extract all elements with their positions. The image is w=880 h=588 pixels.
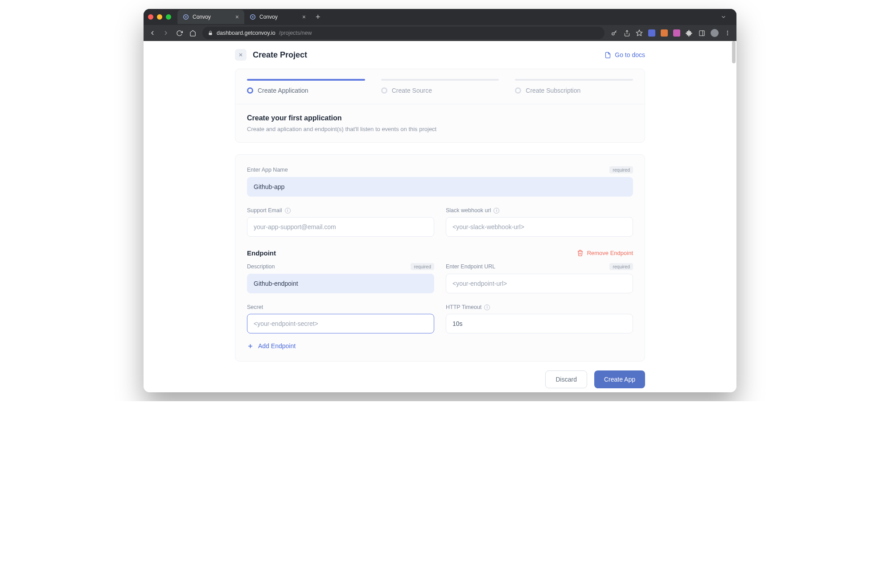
required-badge: required (609, 263, 633, 270)
section-title: Create your first application (247, 114, 633, 122)
secret-label: Secret (247, 304, 263, 310)
add-endpoint-button[interactable]: Add Endpoint (247, 342, 633, 350)
convoy-favicon-icon (183, 14, 189, 20)
page-title: Create Project (253, 50, 307, 60)
form-card: Enter App Name required Support Emaili (235, 154, 645, 362)
browser-tab[interactable]: Convoy × (244, 10, 311, 24)
required-badge: required (609, 166, 633, 173)
plus-icon (247, 343, 254, 350)
tab-overflow-icon[interactable] (715, 14, 732, 20)
svg-rect-8 (699, 30, 704, 35)
slack-url-input[interactable] (446, 217, 633, 237)
extension-icon[interactable] (661, 29, 668, 37)
step-radio-icon (381, 87, 387, 94)
slack-url-label: Slack webhook urli (446, 207, 499, 214)
star-icon[interactable] (636, 29, 643, 37)
svg-rect-4 (209, 33, 212, 35)
profile-avatar[interactable] (711, 29, 719, 37)
secret-input[interactable] (247, 314, 434, 333)
browser-tab[interactable]: Convoy × (177, 10, 244, 24)
new-tab-button[interactable]: + (311, 12, 325, 22)
timeout-input[interactable] (446, 314, 633, 333)
section-subtitle: Create and aplication and endpoint(s) th… (247, 126, 633, 132)
description-input[interactable] (247, 274, 434, 293)
support-email-label: Support Emaili (247, 207, 291, 214)
info-icon[interactable]: i (493, 208, 499, 214)
key-icon[interactable] (611, 29, 618, 37)
endpoint-url-label: Enter Endpoint URL (446, 263, 495, 270)
app-name-label: Enter App Name (247, 167, 288, 173)
step-label: Create Source (392, 87, 432, 94)
document-icon (604, 52, 611, 58)
minimize-window-icon[interactable] (157, 14, 162, 20)
close-window-icon[interactable] (148, 14, 153, 20)
lock-icon (208, 30, 213, 36)
support-email-input[interactable] (247, 217, 434, 237)
extension-icon[interactable] (673, 29, 680, 37)
discard-button[interactable]: Discard (545, 370, 587, 388)
address-bar[interactable]: dashboard.getconvoy.io/projects/new (202, 27, 604, 39)
svg-marker-7 (636, 30, 642, 36)
tab-title: Convoy (193, 14, 232, 20)
steps-card: Create Application Create Source Create … (235, 69, 645, 143)
maximize-window-icon[interactable] (166, 14, 171, 20)
timeout-label: HTTP Timeouti (446, 304, 490, 310)
step-label: Create Application (258, 87, 308, 94)
back-button[interactable] (149, 29, 156, 37)
tab-close-icon[interactable]: × (235, 13, 239, 21)
browser-chrome: Convoy × Convoy × + (144, 9, 736, 41)
close-button[interactable] (235, 49, 247, 61)
step-create-application[interactable]: Create Application (247, 79, 365, 94)
info-icon[interactable]: i (285, 208, 291, 214)
svg-point-1 (185, 16, 187, 18)
svg-point-11 (727, 33, 728, 33)
info-icon[interactable]: i (484, 304, 490, 310)
svg-point-10 (727, 31, 728, 32)
description-label: Description (247, 263, 275, 270)
step-create-source[interactable]: Create Source (381, 79, 499, 94)
add-endpoint-label: Add Endpoint (258, 342, 296, 350)
url-host: dashboard.getconvoy.io (217, 30, 276, 36)
create-app-button[interactable]: Create App (594, 370, 645, 388)
extension-icon[interactable] (648, 29, 655, 37)
endpoint-heading: Endpoint (247, 249, 276, 257)
app-name-input[interactable] (247, 177, 633, 197)
remove-endpoint-button[interactable]: Remove Endpoint (577, 250, 633, 256)
step-radio-icon (515, 87, 521, 94)
puzzle-icon[interactable] (686, 29, 693, 37)
step-create-subscription[interactable]: Create Subscription (515, 79, 633, 94)
svg-point-3 (252, 16, 254, 18)
svg-point-12 (727, 34, 728, 35)
trash-icon (577, 250, 584, 256)
required-badge: required (411, 263, 434, 270)
docs-link-label: Go to docs (615, 51, 645, 58)
svg-point-5 (612, 33, 614, 35)
home-button[interactable] (189, 29, 196, 37)
share-icon[interactable] (623, 29, 630, 37)
step-label: Create Subscription (526, 87, 580, 94)
scrollbar[interactable] (732, 41, 736, 63)
endpoint-url-input[interactable] (446, 274, 633, 293)
forward-button[interactable] (162, 29, 169, 37)
reload-button[interactable] (176, 29, 183, 37)
kebab-menu-icon[interactable] (724, 29, 731, 37)
panel-icon[interactable] (698, 29, 705, 37)
tab-title: Convoy (259, 14, 299, 20)
remove-endpoint-label: Remove Endpoint (587, 250, 633, 256)
window-controls[interactable] (148, 14, 171, 20)
url-path: /projects/new (279, 30, 312, 36)
tab-close-icon[interactable]: × (302, 13, 306, 21)
convoy-favicon-icon (250, 14, 256, 20)
docs-link[interactable]: Go to docs (604, 51, 645, 58)
step-radio-icon (247, 87, 253, 94)
